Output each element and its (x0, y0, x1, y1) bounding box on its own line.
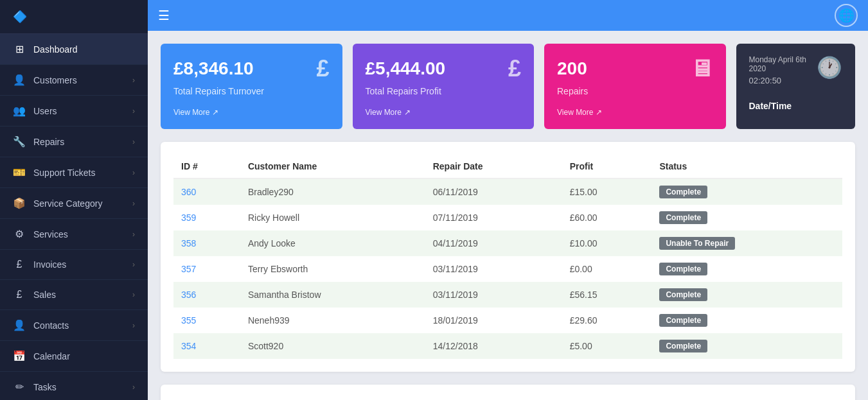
table-row: 360Bradley29006/11/2019£15.00Complete (173, 178, 842, 205)
profit-icon: £ (508, 55, 521, 82)
services-icon: ⚙ (13, 228, 26, 240)
sidebar-item-tasks[interactable]: ✏ Tasks › (0, 372, 148, 400)
repairs-table-card: ID # Customer Name Repair Date Profit St… (161, 142, 855, 372)
calendar-heading: Calendar (173, 395, 842, 400)
row-id-357[interactable]: 357 (173, 256, 240, 282)
sidebar-item-repairs[interactable]: 🔧 Repairs › (0, 126, 148, 157)
row-date: 07/11/2019 (425, 205, 562, 230)
stats-row: £8,346.10 £ Total Repairs Turnover View … (161, 44, 855, 129)
sidebar-item-users[interactable]: 👥 Users › (0, 96, 148, 126)
sidebar-label-calendar: Calendar (33, 351, 70, 361)
row-customer: Terry Ebsworth (240, 256, 425, 282)
row-profit: £56.15 (562, 282, 652, 308)
sales-icon: £ (13, 289, 26, 300)
row-id-359[interactable]: 359 (173, 205, 240, 230)
topbar: ☰ 🌐 (148, 0, 868, 31)
sidebar-item-dashboard[interactable]: ⊞ Dashboard (0, 34, 148, 65)
row-status: Complete (651, 178, 842, 205)
stat-amount-turnover: £8,346.10 £ (173, 55, 330, 82)
row-id-355[interactable]: 355 (173, 308, 240, 333)
status-badge: Complete (659, 186, 707, 198)
datetime-time: 02:20:50 (749, 76, 817, 85)
sidebar-item-invoices[interactable]: £ Invoices › (0, 250, 148, 280)
external-link-icon: ↗ (212, 108, 218, 117)
col-header-customer: Customer Name (240, 155, 425, 178)
sidebar-item-calendar[interactable]: 📅 Calendar (0, 341, 148, 372)
users-icon: 👥 (13, 105, 26, 117)
sidebar-label-services: Services (33, 229, 68, 239)
support-tickets-icon: 🎫 (13, 166, 26, 178)
sidebar-label-service-category: Service Category (33, 198, 102, 209)
stat-card-profit: £5,444.00 £ Total Repairs Profit View Mo… (353, 44, 535, 129)
table-header: ID # Customer Name Repair Date Profit St… (173, 155, 842, 178)
sidebar-item-support-tickets[interactable]: 🎫 Support Tickets › (0, 157, 148, 188)
row-customer: Neneh939 (240, 308, 425, 333)
topbar-right: 🌐 (835, 4, 858, 27)
row-customer: Scott920 (240, 333, 425, 359)
external-link-icon: ↗ (596, 108, 602, 117)
repairs-viewmore-link[interactable]: View More ↗ (557, 108, 602, 117)
row-status: Complete (651, 282, 842, 308)
sidebar-item-services[interactable]: ⚙ Services › (0, 219, 148, 250)
row-profit: £29.60 (562, 308, 652, 333)
status-badge: Unable To Repair (659, 237, 735, 250)
external-link-icon: ↗ (404, 108, 411, 117)
contacts-icon: 👤 (13, 319, 26, 331)
monitor-icon: 🖥 (690, 55, 713, 82)
chevron-right-icon: › (132, 137, 135, 146)
sidebar-item-contacts[interactable]: 👤 Contacts › (0, 310, 148, 341)
row-date: 03/11/2019 (425, 256, 562, 282)
chevron-right-icon: › (132, 290, 135, 299)
content-area: £8,346.10 £ Total Repairs Turnover View … (148, 31, 868, 400)
clock-icon: 🕐 (817, 55, 842, 80)
row-status: Complete (651, 205, 842, 230)
chevron-right-icon: › (132, 383, 135, 392)
row-id-356[interactable]: 356 (173, 282, 240, 308)
logo-icon: 🔷 (13, 10, 27, 24)
globe-icon[interactable]: 🌐 (835, 4, 858, 27)
sidebar-label-sales: Sales (33, 290, 56, 300)
chevron-right-icon: › (132, 230, 135, 239)
sidebar-label-repairs: Repairs (33, 137, 64, 147)
row-profit: £10.00 (562, 230, 652, 256)
row-date: 14/12/2018 (425, 333, 562, 359)
chevron-right-icon: › (132, 199, 135, 208)
row-id-360[interactable]: 360 (173, 178, 240, 205)
repairs-count-value: 200 (557, 58, 587, 79)
row-id-354[interactable]: 354 (173, 333, 240, 359)
repairs-table: ID # Customer Name Repair Date Profit St… (173, 155, 842, 359)
sidebar-item-sales[interactable]: £ Sales › (0, 280, 148, 310)
calendar-card: Calendar (161, 385, 855, 400)
sidebar-label-contacts: Contacts (33, 320, 69, 331)
hamburger-menu-button[interactable]: ☰ (158, 8, 170, 23)
chevron-right-icon: › (132, 260, 135, 269)
sidebar-item-service-category[interactable]: 📦 Service Category › (0, 188, 148, 219)
turnover-value: £8,346.10 (173, 58, 254, 79)
row-profit: £60.00 (562, 205, 652, 230)
main-area: ☰ 🌐 £8,346.10 £ Total Repairs Turnover V… (148, 0, 868, 400)
table-row: 357Terry Ebsworth03/11/2019£0.00Complete (173, 256, 842, 282)
profit-viewmore-link[interactable]: View More ↗ (366, 108, 411, 117)
sidebar-label-customers: Customers (33, 75, 77, 85)
chevron-right-icon: › (132, 321, 135, 330)
sidebar-item-customers[interactable]: 👤 Customers › (0, 65, 148, 96)
tasks-icon: ✏ (13, 381, 26, 393)
table-row: 356Samantha Bristow03/11/2019£56.15Compl… (173, 282, 842, 308)
turnover-viewmore-link[interactable]: View More ↗ (173, 108, 218, 117)
stat-amount-repairs: 200 🖥 (557, 55, 713, 82)
status-badge: Complete (659, 263, 707, 275)
table-row: 355Neneh93918/01/2019£29.60Complete (173, 308, 842, 333)
row-id-358[interactable]: 358 (173, 230, 240, 256)
sidebar-label-support-tickets: Support Tickets (33, 168, 96, 178)
sidebar-label-dashboard: Dashboard (33, 44, 78, 55)
invoices-icon: £ (13, 259, 26, 270)
table-body: 360Bradley29006/11/2019£15.00Complete359… (173, 178, 842, 359)
profit-value: £5,444.00 (366, 58, 446, 79)
row-status: Complete (651, 256, 842, 282)
row-profit: £5.00 (562, 333, 652, 359)
repairs-label: Repairs (557, 86, 713, 96)
row-date: 18/01/2019 (425, 308, 562, 333)
row-status: Complete (651, 308, 842, 333)
col-header-date: Repair Date (425, 155, 562, 178)
service-category-icon: 📦 (13, 197, 26, 209)
